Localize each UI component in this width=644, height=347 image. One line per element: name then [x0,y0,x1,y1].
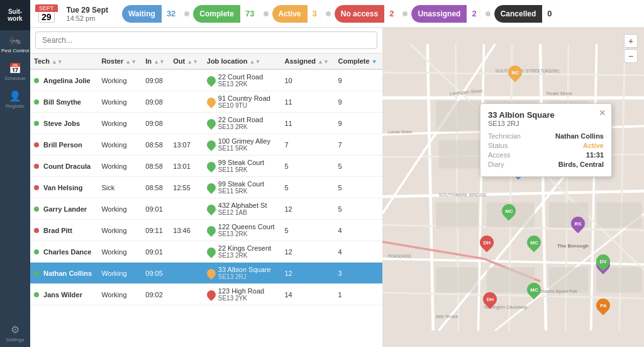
noaccess-label: No access [335,5,384,23]
svg-text:SOUTHWARK BRIDGE: SOUTHWARK BRIDGE [439,193,487,198]
popup-title: 33 Albion Square [488,110,604,120]
svg-text:The Borough: The Borough [557,243,589,249]
out-cell: 13:01 [169,156,203,177]
job-pin: 91 Country Road SE10 9TU [207,94,270,109]
roster-cell: Working [97,198,142,220]
settings-icon: ⚙ [11,324,19,336]
location-cell: 100 Grimey Alley SE11 5RK [203,134,281,156]
roster-cell: Working [97,156,142,177]
in-cell: 09:01 [142,198,169,220]
status-dot [34,100,39,105]
pin-icon [205,203,218,215]
roster-cell: Working [97,220,142,241]
complete-button[interactable]: Complete 73 [193,5,259,23]
job-pin: 432 Alphabet St SE12 1AB [207,202,267,216]
status-dot [34,271,39,276]
noaccess-button[interactable]: No access 2 [335,5,399,23]
sidebar-item-settings[interactable]: ⚙ Settings [0,319,30,347]
tech-name: Van Helsing [30,177,97,198]
status-dot [34,249,39,254]
table-row[interactable]: Charles Dance Working 09:01 22 Kings Cre… [30,241,382,263]
complete-label: Complete [193,5,240,23]
table-row[interactable]: Brill Person Working 08:58 13:07 100 Gri… [30,134,382,156]
status-dot [34,185,39,190]
popup-close-button[interactable]: ✕ [599,108,606,118]
table-row[interactable]: Garry Lander Working 09:01 432 Alphabet … [30,198,382,220]
waiting-label: Waiting [122,5,162,23]
calendar-day: 29 [38,12,55,23]
waiting-button[interactable]: Waiting 32 [122,5,180,23]
zoom-in-button[interactable]: + [624,34,638,48]
table-row[interactable]: Angelina Jolie Working 09:08 22 Court Ro… [30,69,382,91]
col-in: In ▲▼ [142,54,169,69]
cancelled-count: 0 [542,5,557,23]
in-cell: 08:58 [142,134,169,156]
sidebar-item-register[interactable]: 👤 Register [0,86,30,113]
roster-cell: Working [97,91,142,113]
location-cell: 22 Court Road SE13 2RK [203,69,281,91]
complete-cell: 9 [334,91,382,113]
pin-icon [205,117,218,130]
active-button[interactable]: Active 3 [272,5,322,23]
popup-access-label: Access [488,151,510,159]
sidebar-settings-label: Settings [6,337,25,343]
complete-cell: 9 [334,113,382,134]
unassigned-button[interactable]: Unassigned 2 [411,5,481,23]
location-cell: 22 Kings Cresent SE13 2RK [203,241,281,263]
cancelled-label: Cancelled [494,5,543,23]
complete-cell: 5 [334,177,382,198]
location-cell: 22 Court Road SE13 2RK [203,113,281,134]
job-pin: 99 Steak Court SE11 5RK [207,180,264,195]
sidebar-item-schedule[interactable]: 📅 Schedule [0,58,30,86]
connector-4 [402,11,408,16]
roster-cell: Working [97,134,142,156]
col-roster: Roster ▲▼ [97,54,142,69]
job-pin: 22 Court Road SE13 2RK [207,116,264,130]
tech-name: Steve Jobs [30,113,97,134]
map-popup: ✕ 33 Albion Square SE13 2RJ Technician N… [480,103,612,177]
pin-icon [205,139,218,151]
table-row[interactable]: Jans Wilder Working 09:02 123 High Road … [30,284,382,305]
table-row[interactable]: Count Dracula Working 08:58 13:01 99 Ste… [30,156,382,177]
assigned-cell: 12 [280,198,334,220]
pin-icon [205,160,218,173]
unassigned-label: Unassigned [411,5,467,23]
svg-rect-35 [597,202,642,227]
table-row[interactable]: Steve Jobs Working 09:08 22 Court Road S… [30,113,382,134]
out-cell: 13:46 [169,220,203,241]
status-dot [34,228,39,233]
cancelled-button[interactable]: Cancelled 0 [494,5,557,23]
map[interactable]: Lavington Street SOUTHWARK STREET(A3200)… [382,28,644,347]
job-pin: 99 Steak Court SE11 5RK [207,159,264,173]
pest-control-icon: 🐜 [9,35,21,47]
svg-text:Thrale Street: Thrale Street [546,91,572,96]
table-row[interactable]: Bill Smythe Working 09:08 91 Country Roa… [30,91,382,113]
connector-5 [486,11,491,16]
sidebar-item-pest-control[interactable]: 🐜 Pest Control [0,30,30,58]
waiting-count: 32 [162,5,180,23]
col-out: Out ▲▼ [169,54,203,69]
calendar-widget: SEPT 29 [35,4,58,23]
tech-name: Jans Wilder [30,284,97,305]
complete-cell: 4 [334,220,382,241]
popup-status-label: Status [488,142,508,149]
register-icon: 👤 [9,90,21,102]
table-row[interactable]: Brad Pitt Working 09:11 13:46 122 Queens… [30,220,382,241]
status-dot [34,207,39,212]
sidebar: Suit-work 🐜 Pest Control 📅 Schedule 👤 Re… [0,0,30,347]
tech-name: Brill Person [30,134,97,156]
table-row[interactable]: Van Helsing Sick 08:58 12:55 99 Steak Co… [30,177,382,198]
search-input[interactable] [35,31,377,49]
connector-3 [326,11,331,16]
assigned-cell: 5 [280,177,334,198]
table-row[interactable]: Nathan Collins Working 09:05 33 Albion S… [30,263,382,284]
out-cell [169,69,203,91]
svg-text:ROAD(A302): ROAD(A302) [388,254,411,259]
svg-text:Bath Terrace: Bath Terrace [436,314,458,319]
zoom-out-button[interactable]: − [624,49,638,63]
job-pin: 123 High Road SE13 2YK [207,287,264,302]
col-tech: Tech ▲▼ [30,54,97,69]
in-cell: 09:02 [142,284,169,305]
tech-name: Garry Lander [30,198,97,220]
in-cell: 09:11 [142,220,169,241]
